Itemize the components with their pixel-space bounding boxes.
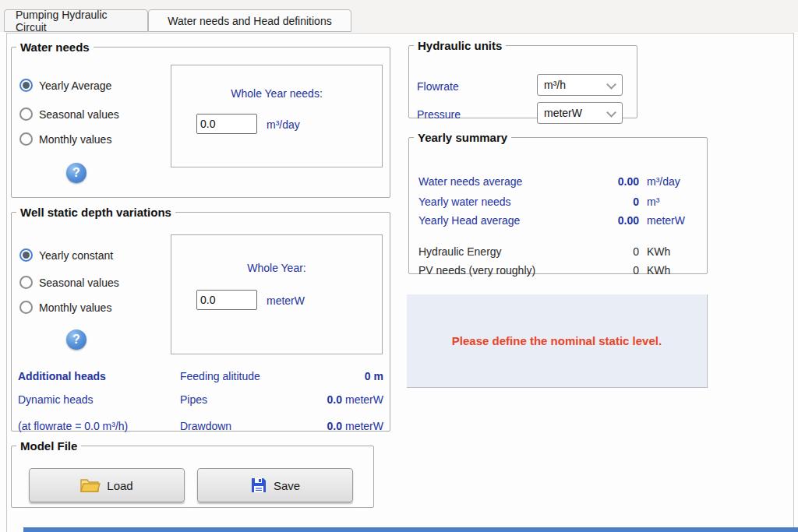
summary-label: Yearly water needs bbox=[418, 196, 586, 208]
whole-year-input[interactable] bbox=[196, 290, 257, 310]
summary-row-water-needs-average: Water needs average 0.00 m³/day bbox=[418, 175, 699, 188]
radio-monthly-values-well[interactable]: Monthly values bbox=[19, 301, 111, 314]
flowrate-note: (at flowrate = 0.0 m³/h) bbox=[18, 420, 180, 432]
summary-value: 0 bbox=[586, 196, 639, 208]
additional-heads-row-3: (at flowrate = 0.0 m³/h) Drawdown 0.0met… bbox=[18, 420, 383, 432]
pipes-label: Pipes bbox=[180, 393, 301, 406]
flowrate-label: Flowrate bbox=[417, 80, 459, 93]
flowrate-unit-select[interactable]: m³/h bbox=[537, 74, 623, 96]
radio-yearly-average[interactable]: Yearly Average bbox=[19, 79, 111, 92]
summary-unit: m³ bbox=[647, 196, 659, 208]
radio-label: Monthly values bbox=[39, 133, 111, 146]
radio-label: Yearly Average bbox=[39, 79, 111, 92]
radio-label: Yearly constant bbox=[39, 249, 113, 262]
well-static-depth-group: Well static depth variations Yearly cons… bbox=[11, 206, 390, 432]
pipes-value: 0.0 bbox=[301, 393, 342, 406]
radio-seasonal-values-well[interactable]: Seasonal values bbox=[19, 276, 119, 289]
model-file-title: Model File bbox=[16, 439, 81, 453]
water-needs-title: Water needs bbox=[16, 41, 94, 54]
save-button-label: Save bbox=[274, 479, 300, 492]
summary-row-yearly-water-needs: Yearly water needs 0 m³ bbox=[418, 196, 699, 208]
radio-button-icon bbox=[19, 301, 33, 314]
radio-button-icon bbox=[19, 276, 33, 289]
folder-open-icon bbox=[80, 477, 101, 493]
well-static-depth-title: Well static depth variations bbox=[16, 206, 175, 219]
summary-label: PV needs (very roughly) bbox=[418, 264, 586, 277]
summary-value: 0.00 bbox=[586, 214, 639, 227]
tab-strip: Pumping Hydraulic Circuit Water needs an… bbox=[0, 0, 798, 32]
feeding-altitude-unit: m bbox=[374, 370, 383, 382]
summary-row-yearly-head-average: Yearly Head average 0.00 meterW bbox=[418, 214, 699, 227]
whole-year-box: Whole Year: meterW bbox=[171, 234, 383, 354]
chevron-down-icon bbox=[606, 79, 616, 90]
chevron-down-icon bbox=[606, 107, 616, 118]
whole-year-needs-label: Whole Year needs: bbox=[171, 87, 382, 100]
yearly-summary-group: Yearly summary Water needs average 0.00 … bbox=[408, 131, 708, 274]
radio-label: Seasonal values bbox=[39, 108, 119, 121]
summary-value: 0 bbox=[586, 245, 639, 258]
feeding-altitude-value: 0 bbox=[330, 370, 371, 382]
model-file-group: Model File Load Save bbox=[11, 439, 374, 508]
tab-water-needs-head-definitions[interactable]: Water needs and Head definitions bbox=[148, 9, 351, 32]
flowrate-unit-value: m³/h bbox=[544, 79, 566, 91]
hydraulic-units-group: Hydraulic units Flowrate m³/h Pressure m… bbox=[408, 39, 637, 118]
additional-heads-row-2: Dynamic heads Pipes 0.0meterW bbox=[18, 393, 383, 406]
help-icon[interactable]: ? bbox=[66, 329, 87, 350]
summary-unit: meterW bbox=[647, 214, 685, 227]
summary-value: 0 bbox=[586, 264, 639, 277]
whole-year-needs-unit: m³/day bbox=[267, 118, 300, 131]
radio-yearly-constant[interactable]: Yearly constant bbox=[19, 248, 113, 262]
bottom-accent-bar bbox=[23, 527, 798, 532]
tab-pumping-hydraulic-circuit[interactable]: Pumping Hydraulic Circuit bbox=[4, 9, 148, 32]
warning-message-text: Please define the nominal static level. bbox=[452, 334, 662, 347]
additional-heads-title: Additional heads bbox=[18, 370, 180, 382]
pipes-unit: meterW bbox=[345, 393, 383, 406]
radio-label: Monthly values bbox=[39, 301, 111, 314]
yearly-summary-title: Yearly summary bbox=[414, 131, 511, 144]
load-button[interactable]: Load bbox=[29, 468, 185, 502]
hydraulic-units-title: Hydraulic units bbox=[414, 39, 506, 52]
radio-seasonal-values-water[interactable]: Seasonal values bbox=[19, 107, 119, 121]
summary-unit: KWh bbox=[647, 245, 670, 258]
radio-button-icon bbox=[19, 248, 33, 262]
whole-year-unit: meterW bbox=[267, 294, 305, 307]
drawdown-label: Drawdown bbox=[180, 420, 301, 432]
summary-label: Yearly Head average bbox=[418, 214, 586, 227]
pressure-unit-select[interactable]: meterW bbox=[537, 102, 623, 124]
summary-row-hydraulic-energy: Hydraulic Energy 0 KWh bbox=[418, 245, 699, 258]
summary-value: 0.00 bbox=[586, 175, 639, 188]
feeding-altitude-label: Feeding alititude bbox=[180, 370, 330, 382]
radio-button-icon bbox=[19, 132, 33, 146]
summary-row-pv-needs: PV needs (very roughly) 0 KWh bbox=[418, 264, 699, 277]
pressure-label: Pressure bbox=[417, 108, 461, 121]
summary-label: Water needs average bbox=[418, 175, 586, 188]
whole-year-needs-input[interactable] bbox=[196, 114, 257, 134]
drawdown-value: 0.0 bbox=[301, 420, 342, 432]
whole-year-needs-box: Whole Year needs: m³/day bbox=[171, 65, 383, 167]
radio-button-icon bbox=[19, 107, 33, 121]
drawdown-unit: meterW bbox=[345, 420, 383, 432]
water-needs-group: Water needs Yearly Average Seasonal valu… bbox=[11, 41, 390, 198]
radio-label: Seasonal values bbox=[39, 277, 119, 289]
warning-message-box: Please define the nominal static level. bbox=[407, 294, 708, 388]
additional-heads-row-1: Additional heads Feeding alititude 0m bbox=[18, 370, 383, 382]
summary-unit: KWh bbox=[647, 264, 670, 277]
summary-label: Hydraulic Energy bbox=[418, 245, 586, 258]
floppy-disk-icon bbox=[250, 477, 267, 494]
save-button[interactable]: Save bbox=[197, 468, 353, 502]
pressure-unit-value: meterW bbox=[544, 107, 582, 119]
help-icon[interactable]: ? bbox=[66, 163, 87, 183]
whole-year-label: Whole Year: bbox=[171, 262, 382, 274]
radio-button-icon bbox=[19, 79, 33, 92]
load-button-label: Load bbox=[107, 479, 132, 492]
summary-unit: m³/day bbox=[647, 175, 680, 188]
radio-monthly-values-water[interactable]: Monthly values bbox=[19, 132, 111, 146]
dynamic-heads-label: Dynamic heads bbox=[18, 393, 180, 406]
